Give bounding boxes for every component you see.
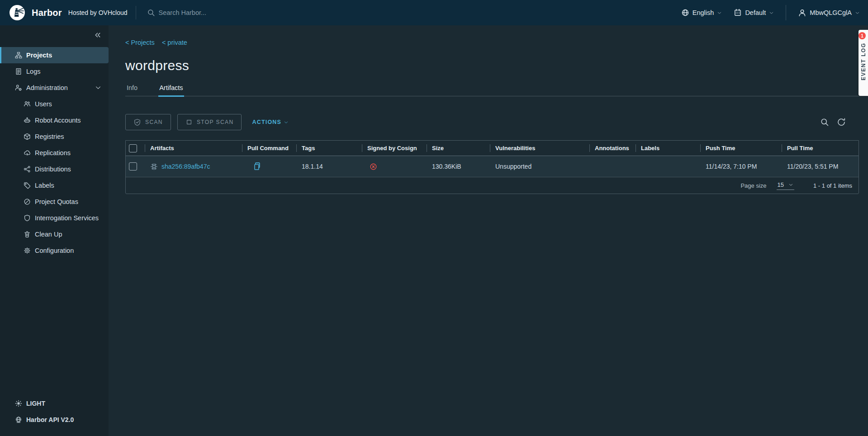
- brand-subtitle: Hosted by OVHcloud: [68, 9, 128, 16]
- tab-artifacts[interactable]: Artifacts: [158, 82, 184, 97]
- sun-icon: [15, 400, 22, 407]
- sidebar-item-harbor-api[interactable]: Harbor API V2.0: [0, 412, 109, 428]
- search-input[interactable]: [158, 9, 303, 17]
- stop-scan-button-label: STOP SCAN: [197, 119, 234, 125]
- sidebar-item-robot-accounts[interactable]: Robot Accounts: [0, 112, 109, 128]
- harbor-logo-icon[interactable]: [9, 5, 25, 21]
- theme-menu[interactable]: Default: [734, 9, 774, 17]
- artifacts-table: Artifacts Pull Command Tags Signed by Co…: [125, 140, 859, 194]
- page-title: wordpress: [125, 58, 859, 73]
- stop-square-icon: [185, 118, 193, 126]
- sidebar-item-replications[interactable]: Replications: [0, 145, 109, 161]
- brand-area: Harbor Hosted by OVHcloud: [0, 5, 136, 21]
- sidebar-item-clean-up[interactable]: Clean Up: [0, 226, 109, 242]
- globe-icon: [681, 9, 689, 17]
- table-footer: Page size 15 1 - 1 of 1 items: [126, 177, 859, 194]
- artifact-size: 130.36KiB: [427, 163, 490, 170]
- nav-label: Interrogation Services: [35, 214, 99, 222]
- page-size-label: Page size: [740, 182, 766, 189]
- chevron-down-icon: [284, 120, 289, 125]
- sidebar: Projects Logs Administration: [0, 25, 109, 436]
- page-size-select[interactable]: 15: [777, 181, 794, 190]
- event-log-label: EVENT LOG: [860, 43, 867, 81]
- share-icon: [24, 166, 31, 173]
- col-pull-time[interactable]: Pull Time: [782, 141, 859, 156]
- sidebar-item-registries[interactable]: Registries: [0, 128, 109, 145]
- language-label: English: [693, 9, 714, 16]
- theme-label: Default: [745, 9, 766, 16]
- sidebar-collapse-button[interactable]: [94, 31, 101, 39]
- artifact-digest-link[interactable]: sha256:89afb47c: [161, 163, 210, 170]
- select-all-checkbox[interactable]: [129, 144, 137, 152]
- col-pull-command[interactable]: Pull Command: [242, 141, 296, 156]
- sidebar-item-administration[interactable]: Administration: [0, 80, 109, 96]
- tab-bar: Info Artifacts: [125, 82, 868, 96]
- row-checkbox[interactable]: [129, 162, 137, 171]
- logs-icon: [15, 68, 22, 75]
- tag-icon: [24, 182, 31, 189]
- col-push-time[interactable]: Push Time: [700, 141, 782, 156]
- sidebar-item-distributions[interactable]: Distributions: [0, 161, 109, 177]
- scan-button-label: SCAN: [145, 119, 163, 125]
- refresh-icon[interactable]: [837, 118, 846, 127]
- gear-icon: [24, 247, 31, 254]
- not-signed-icon: [370, 163, 377, 171]
- brand-title[interactable]: Harbor: [32, 8, 62, 18]
- col-vulnerabilities[interactable]: Vulnerabilities: [490, 141, 589, 156]
- shield-icon: [24, 214, 31, 222]
- sidebar-item-interrogation-services[interactable]: Interrogation Services: [0, 210, 109, 226]
- actions-dropdown-button[interactable]: ACTIONS: [252, 119, 289, 125]
- nav-label: Harbor API V2.0: [26, 416, 74, 423]
- table-row: sha256:89afb47c 18.1.14 130.36KiB Unsupp…: [126, 156, 859, 177]
- col-artifacts[interactable]: Artifacts: [145, 141, 242, 156]
- tab-info[interactable]: Info: [126, 82, 138, 96]
- breadcrumb-project-link[interactable]: < private: [162, 39, 187, 46]
- event-log-tab[interactable]: 1 EVENT LOG: [859, 30, 868, 96]
- sidebar-footer: LIGHT Harbor API V2.0: [0, 395, 109, 428]
- col-labels[interactable]: Labels: [636, 141, 700, 156]
- col-signed-by-cosign[interactable]: Signed by Cosign: [362, 141, 427, 156]
- nav-label: Replications: [35, 149, 71, 156]
- nav-label: Distributions: [35, 166, 71, 173]
- chevron-down-icon: [855, 10, 860, 15]
- sidebar-item-configuration[interactable]: Configuration: [0, 242, 109, 259]
- artifact-pull-time: 11/20/23, 5:51 PM: [782, 163, 859, 170]
- user-menu[interactable]: MbwQLGCglA: [798, 9, 860, 17]
- sidebar-item-users[interactable]: Users: [0, 96, 109, 112]
- col-size[interactable]: Size: [427, 141, 490, 156]
- breadcrumb-projects-link[interactable]: < Projects: [125, 39, 155, 46]
- col-annotations[interactable]: Annotations: [589, 141, 636, 156]
- nav-label: Registries: [35, 133, 64, 140]
- theme-toggle-light[interactable]: LIGHT: [0, 395, 109, 412]
- sidebar-item-project-quotas[interactable]: Project Quotas: [0, 194, 109, 210]
- global-search: [136, 6, 303, 19]
- nav-label: Logs: [26, 68, 40, 75]
- chevron-down-icon: [769, 10, 774, 15]
- copy-pull-command-icon[interactable]: [253, 162, 262, 171]
- nav-label: Projects: [26, 52, 52, 59]
- col-tags[interactable]: Tags: [296, 141, 362, 156]
- stop-scan-button[interactable]: STOP SCAN: [177, 114, 242, 130]
- main-content: < Projects < private wordpress Info Arti…: [109, 25, 868, 436]
- sidebar-item-logs[interactable]: Logs: [0, 63, 109, 80]
- admin-user-gear-icon: [15, 84, 22, 91]
- sidebar-item-labels[interactable]: Labels: [0, 177, 109, 194]
- sidebar-item-projects[interactable]: Projects: [0, 47, 109, 63]
- shield-check-icon: [133, 118, 141, 126]
- scan-button[interactable]: SCAN: [125, 114, 171, 130]
- page-size-value: 15: [778, 181, 784, 188]
- search-icon: [147, 9, 155, 17]
- actions-label: ACTIONS: [252, 119, 281, 125]
- pagination-range: 1 - 1 of 1 items: [813, 182, 852, 189]
- filter-search-icon[interactable]: [820, 118, 829, 127]
- quota-gauge-icon: [24, 198, 31, 205]
- chevron-down-icon: [717, 10, 722, 15]
- cloud-sync-icon: [24, 149, 31, 156]
- nav-label: Labels: [35, 182, 54, 189]
- language-menu[interactable]: English: [681, 9, 722, 17]
- nav-label: Users: [35, 100, 52, 108]
- artifact-vulnerabilities: Unsupported: [490, 163, 589, 170]
- breadcrumb: < Projects < private: [125, 25, 859, 46]
- sidebar-nav: Projects Logs Administration: [0, 47, 109, 259]
- artifact-type-icon: [150, 163, 158, 171]
